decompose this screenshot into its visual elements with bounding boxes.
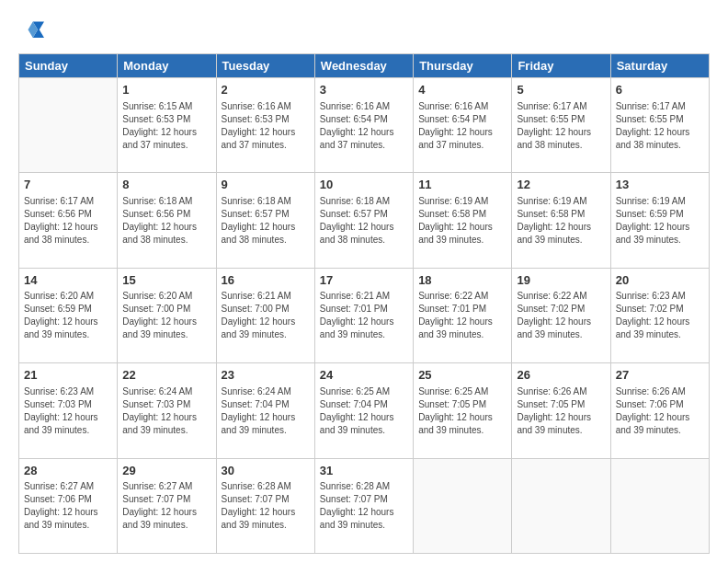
calendar-cell: 26Sunrise: 6:26 AMSunset: 7:05 PMDayligh…: [512, 363, 610, 458]
day-info: Sunrise: 6:15 AMSunset: 6:53 PMDaylight:…: [122, 100, 210, 152]
day-info: Sunrise: 6:28 AMSunset: 7:07 PMDaylight:…: [320, 480, 408, 532]
day-info: Sunrise: 6:26 AMSunset: 7:06 PMDaylight:…: [616, 385, 704, 437]
day-info: Sunrise: 6:16 AMSunset: 6:54 PMDaylight:…: [418, 100, 506, 152]
weekday-header: Sunday: [19, 54, 118, 78]
day-info: Sunrise: 6:27 AMSunset: 7:06 PMDaylight:…: [24, 480, 112, 532]
day-number: 5: [517, 82, 605, 98]
day-number: 20: [616, 272, 704, 289]
calendar-cell: 20Sunrise: 6:23 AMSunset: 7:02 PMDayligh…: [610, 268, 709, 362]
calendar-cell: 8Sunrise: 6:18 AMSunset: 6:56 PMDaylight…: [118, 173, 216, 268]
day-info: Sunrise: 6:25 AMSunset: 7:04 PMDaylight:…: [320, 385, 408, 437]
day-number: 15: [122, 272, 210, 289]
weekday-header: Thursday: [414, 54, 512, 78]
calendar-cell: 17Sunrise: 6:21 AMSunset: 7:01 PMDayligh…: [314, 268, 413, 362]
day-number: 21: [24, 367, 112, 384]
day-number: 18: [418, 272, 506, 289]
calendar-cell: [19, 78, 118, 173]
calendar-cell: 13Sunrise: 6:19 AMSunset: 6:59 PMDayligh…: [610, 173, 709, 268]
calendar-cell: 1Sunrise: 6:15 AMSunset: 6:53 PMDaylight…: [118, 78, 216, 173]
calendar-cell: 7Sunrise: 6:17 AMSunset: 6:56 PMDaylight…: [19, 173, 118, 268]
calendar-cell: 16Sunrise: 6:21 AMSunset: 7:00 PMDayligh…: [216, 268, 314, 362]
calendar-cell: 29Sunrise: 6:27 AMSunset: 7:07 PMDayligh…: [118, 458, 216, 553]
day-info: Sunrise: 6:20 AMSunset: 6:59 PMDaylight:…: [24, 290, 112, 341]
day-number: 9: [222, 177, 310, 193]
day-info: Sunrise: 6:26 AMSunset: 7:05 PMDaylight:…: [517, 385, 605, 437]
day-number: 6: [616, 82, 704, 98]
day-info: Sunrise: 6:24 AMSunset: 7:03 PMDaylight:…: [122, 385, 210, 437]
day-number: 23: [222, 367, 310, 384]
day-info: Sunrise: 6:24 AMSunset: 7:04 PMDaylight:…: [222, 385, 310, 437]
calendar-cell: 21Sunrise: 6:23 AMSunset: 7:03 PMDayligh…: [19, 363, 118, 458]
calendar-cell: 27Sunrise: 6:26 AMSunset: 7:06 PMDayligh…: [610, 363, 709, 458]
weekday-header: Monday: [118, 54, 216, 78]
day-number: 17: [320, 272, 408, 289]
calendar-cell: 11Sunrise: 6:19 AMSunset: 6:58 PMDayligh…: [414, 173, 512, 268]
weekday-header: Tuesday: [216, 54, 314, 78]
logo: [18, 18, 48, 44]
day-number: 13: [616, 177, 704, 193]
day-number: 26: [517, 367, 605, 384]
calendar: SundayMondayTuesdayWednesdayThursdayFrid…: [18, 53, 710, 554]
day-number: 27: [616, 367, 704, 384]
calendar-cell: 30Sunrise: 6:28 AMSunset: 7:07 PMDayligh…: [216, 458, 314, 553]
calendar-cell: [610, 458, 709, 553]
day-info: Sunrise: 6:16 AMSunset: 6:54 PMDaylight:…: [320, 100, 408, 152]
calendar-cell: 6Sunrise: 6:17 AMSunset: 6:55 PMDaylight…: [610, 78, 709, 173]
day-number: 22: [122, 367, 210, 384]
calendar-cell: 19Sunrise: 6:22 AMSunset: 7:02 PMDayligh…: [512, 268, 610, 362]
weekday-header: Wednesday: [314, 54, 413, 78]
calendar-cell: 10Sunrise: 6:18 AMSunset: 6:57 PMDayligh…: [314, 173, 413, 268]
calendar-cell: 9Sunrise: 6:18 AMSunset: 6:57 PMDaylight…: [216, 173, 314, 268]
day-info: Sunrise: 6:28 AMSunset: 7:07 PMDaylight:…: [222, 480, 310, 532]
calendar-cell: 5Sunrise: 6:17 AMSunset: 6:55 PMDaylight…: [512, 78, 610, 173]
day-number: 31: [320, 463, 408, 479]
day-info: Sunrise: 6:17 AMSunset: 6:55 PMDaylight:…: [517, 100, 605, 152]
day-number: 14: [24, 272, 112, 289]
day-info: Sunrise: 6:19 AMSunset: 6:58 PMDaylight:…: [418, 195, 506, 247]
day-number: 16: [222, 272, 310, 289]
calendar-cell: 25Sunrise: 6:25 AMSunset: 7:05 PMDayligh…: [414, 363, 512, 458]
page: SundayMondayTuesdayWednesdayThursdayFrid…: [0, 0, 728, 563]
calendar-cell: 15Sunrise: 6:20 AMSunset: 7:00 PMDayligh…: [118, 268, 216, 362]
day-info: Sunrise: 6:23 AMSunset: 7:03 PMDaylight:…: [24, 385, 112, 437]
day-info: Sunrise: 6:20 AMSunset: 7:00 PMDaylight:…: [122, 290, 210, 341]
day-info: Sunrise: 6:18 AMSunset: 6:57 PMDaylight:…: [320, 195, 408, 247]
day-number: 24: [320, 367, 408, 384]
day-info: Sunrise: 6:18 AMSunset: 6:56 PMDaylight:…: [122, 195, 210, 247]
calendar-cell: [414, 458, 512, 553]
calendar-cell: 24Sunrise: 6:25 AMSunset: 7:04 PMDayligh…: [314, 363, 413, 458]
calendar-cell: 31Sunrise: 6:28 AMSunset: 7:07 PMDayligh…: [314, 458, 413, 553]
day-info: Sunrise: 6:27 AMSunset: 7:07 PMDaylight:…: [122, 480, 210, 532]
day-number: 25: [418, 367, 506, 384]
day-info: Sunrise: 6:16 AMSunset: 6:53 PMDaylight:…: [222, 100, 310, 152]
day-number: 11: [418, 177, 506, 193]
calendar-cell: 28Sunrise: 6:27 AMSunset: 7:06 PMDayligh…: [19, 458, 118, 553]
day-info: Sunrise: 6:23 AMSunset: 7:02 PMDaylight:…: [616, 290, 704, 341]
day-number: 8: [122, 177, 210, 193]
calendar-cell: 14Sunrise: 6:20 AMSunset: 6:59 PMDayligh…: [19, 268, 118, 362]
day-info: Sunrise: 6:17 AMSunset: 6:56 PMDaylight:…: [24, 195, 112, 247]
calendar-cell: 12Sunrise: 6:19 AMSunset: 6:58 PMDayligh…: [512, 173, 610, 268]
day-number: 4: [418, 82, 506, 98]
weekday-header: Saturday: [610, 54, 709, 78]
calendar-cell: 2Sunrise: 6:16 AMSunset: 6:53 PMDaylight…: [216, 78, 314, 173]
day-number: 7: [24, 177, 112, 193]
day-number: 12: [517, 177, 605, 193]
calendar-cell: 18Sunrise: 6:22 AMSunset: 7:01 PMDayligh…: [414, 268, 512, 362]
day-number: 10: [320, 177, 408, 193]
calendar-cell: [512, 458, 610, 553]
day-info: Sunrise: 6:25 AMSunset: 7:05 PMDaylight:…: [418, 385, 506, 437]
day-number: 2: [222, 82, 310, 98]
day-info: Sunrise: 6:22 AMSunset: 7:01 PMDaylight:…: [418, 290, 506, 341]
calendar-cell: 3Sunrise: 6:16 AMSunset: 6:54 PMDaylight…: [314, 78, 413, 173]
day-info: Sunrise: 6:19 AMSunset: 6:59 PMDaylight:…: [616, 195, 704, 247]
day-info: Sunrise: 6:17 AMSunset: 6:55 PMDaylight:…: [616, 100, 704, 152]
calendar-cell: 23Sunrise: 6:24 AMSunset: 7:04 PMDayligh…: [216, 363, 314, 458]
day-info: Sunrise: 6:19 AMSunset: 6:58 PMDaylight:…: [517, 195, 605, 247]
day-info: Sunrise: 6:21 AMSunset: 7:01 PMDaylight:…: [320, 290, 408, 341]
header: [18, 18, 710, 44]
calendar-cell: 4Sunrise: 6:16 AMSunset: 6:54 PMDaylight…: [414, 78, 512, 173]
weekday-header: Friday: [512, 54, 610, 78]
day-info: Sunrise: 6:22 AMSunset: 7:02 PMDaylight:…: [517, 290, 605, 341]
day-number: 3: [320, 82, 408, 98]
